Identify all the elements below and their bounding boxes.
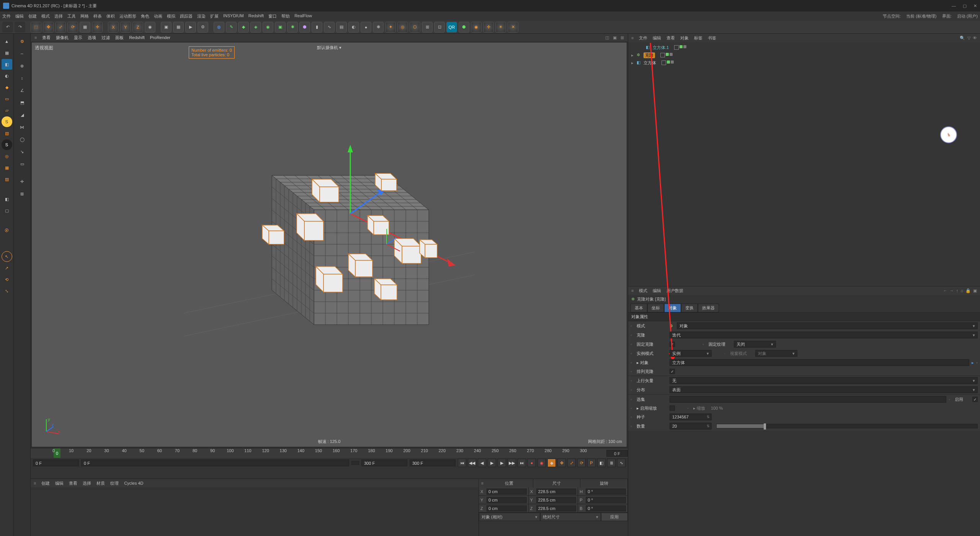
mograph-button[interactable]: ⬢: [299, 22, 310, 33]
attr-menu-编辑[interactable]: 编辑: [653, 288, 661, 293]
move-tool-button[interactable]: ✥: [43, 22, 54, 33]
bullet-button[interactable]: ●: [361, 22, 371, 33]
count-slider[interactable]: [716, 424, 978, 428]
mat-menu-材质[interactable]: 材质: [96, 481, 105, 485]
menu-动画[interactable]: 动画: [154, 13, 162, 19]
enable-checkbox[interactable]: [972, 397, 978, 402]
object-link-field[interactable]: 立方体: [670, 359, 969, 366]
bridge-button[interactable]: ⋈: [17, 122, 28, 132]
om-search-icon[interactable]: 🔍: [960, 36, 965, 41]
coord-Y-field[interactable]: 228.5 cm: [536, 497, 577, 503]
quickrender-button[interactable]: QR: [446, 22, 457, 33]
move-arrow-button[interactable]: ↗: [2, 263, 12, 273]
spline-pen-button[interactable]: ✎: [226, 22, 237, 33]
timeline-range-bar[interactable]: [351, 461, 359, 465]
coord-B-field[interactable]: 0 °: [586, 505, 626, 511]
window-maximize-button[interactable]: ▢: [963, 3, 967, 8]
instance-mode-dropdown[interactable]: 实例: [670, 350, 712, 357]
vp-menu-摄像机[interactable]: 摄像机: [56, 35, 69, 40]
misc2-button[interactable]: ◎: [397, 22, 408, 33]
scale-enable-checkbox[interactable]: [670, 405, 675, 411]
attr-new-icon[interactable]: ▣: [973, 288, 977, 293]
undo-button[interactable]: ↶: [2, 22, 13, 33]
clone-dropdown[interactable]: 迭代: [670, 332, 978, 338]
menu-Redshift[interactable]: Redshift: [248, 13, 264, 19]
menu-角色[interactable]: 角色: [141, 13, 149, 19]
rot-arrow-button[interactable]: ⟲: [2, 274, 12, 285]
key-scale-button[interactable]: ⤢: [567, 459, 576, 467]
menu-跟踪器[interactable]: 跟踪器: [180, 13, 193, 19]
coord-Y-field[interactable]: 0 cm: [487, 497, 527, 503]
ui-dropdown[interactable]: 启动 (用户): [957, 13, 978, 19]
misc3-button[interactable]: ⬡: [410, 22, 420, 33]
snap-s2-button[interactable]: S: [2, 139, 12, 150]
menu-网格[interactable]: 网格: [80, 13, 89, 19]
mat-menu-编辑[interactable]: 编辑: [55, 481, 64, 485]
object-clear-icon[interactable]: ◦: [976, 360, 978, 365]
misc5-button[interactable]: ⊡: [434, 22, 445, 33]
sel-circle-button[interactable]: ↖: [2, 251, 12, 262]
timeline-end2-field[interactable]: 300 F: [361, 459, 407, 466]
extrude-button[interactable]: ⬒: [17, 97, 28, 108]
slide-button[interactable]: ↘: [17, 146, 28, 157]
tree-row-立方体[interactable]: ▸◧立方体: [630, 59, 978, 67]
attr-tab-效果器[interactable]: 效果器: [698, 304, 719, 312]
mat-menu-Cycles 4D[interactable]: Cycles 4D: [124, 481, 143, 485]
y-axis-button[interactable]: Y: [120, 22, 131, 33]
bevel-button[interactable]: ◢: [17, 109, 28, 120]
render-settings-button[interactable]: ⚙: [198, 22, 208, 33]
next-frame-button[interactable]: ▶: [498, 459, 506, 467]
vp-icon-1[interactable]: ◫: [605, 35, 609, 40]
window-minimize-button[interactable]: —: [952, 3, 956, 8]
make-editable-button[interactable]: ▲: [2, 36, 12, 47]
iron-button[interactable]: ▭: [17, 159, 28, 169]
viewmode-dropdown[interactable]: 对象: [755, 350, 797, 357]
fill-mode-button[interactable]: ◧: [2, 194, 12, 204]
knife-button[interactable]: ∠: [17, 85, 28, 96]
extra1-button[interactable]: ☀: [495, 22, 506, 33]
attr-up-icon[interactable]: ↑: [956, 288, 959, 293]
menu-窗口[interactable]: 窗口: [268, 13, 277, 19]
quant-button[interactable]: ▨: [2, 174, 12, 185]
scale-arrow-button[interactable]: ⤡: [2, 286, 12, 296]
outline-mode-button[interactable]: ▢: [2, 205, 12, 216]
snap-toggle-button[interactable]: ▦: [2, 162, 12, 173]
timeline-end3-field[interactable]: 300 F: [410, 459, 456, 466]
close-hole-button[interactable]: ◯: [17, 134, 28, 145]
coord-Z-field[interactable]: 0 cm: [487, 505, 527, 511]
magnet-button[interactable]: ⊕: [17, 60, 28, 71]
scale-tool-button[interactable]: ⤢: [55, 22, 66, 33]
environment-button[interactable]: ◉: [263, 22, 273, 33]
om-menu-编辑[interactable]: 编辑: [653, 36, 661, 40]
axis-lock-button[interactable]: ◎: [2, 151, 12, 162]
attr-menu-模式[interactable]: 模式: [639, 288, 647, 293]
point-mode-button[interactable]: ◆: [2, 82, 12, 93]
key-rot-button[interactable]: ⟳: [577, 459, 586, 467]
mat-menu-查看[interactable]: 查看: [69, 481, 77, 485]
autokey-button[interactable]: ◉: [537, 459, 546, 467]
viewport-camera-label[interactable]: 默认摄像机 ▾: [317, 45, 341, 51]
generators-button[interactable]: ◆: [238, 22, 249, 33]
simulation-button[interactable]: ◐: [348, 22, 359, 33]
axis-toggle-button[interactable]: ✛: [92, 22, 103, 33]
selection-field[interactable]: [670, 396, 946, 403]
vp-icon-3[interactable]: ⊞: [621, 35, 624, 40]
vp-menu-查看[interactable]: 查看: [42, 35, 51, 40]
coord-X-field[interactable]: 228.5 cm: [536, 489, 577, 495]
poly-mode-button[interactable]: ▱: [2, 105, 12, 116]
light-button[interactable]: ✺: [287, 22, 298, 33]
attr-tab-变换[interactable]: 变换: [681, 304, 698, 312]
attr-tab-基本[interactable]: 基本: [630, 304, 647, 312]
coord-X-field[interactable]: 0 cm: [487, 489, 527, 495]
count-field[interactable]: 20: [670, 423, 712, 430]
recent-tool-button[interactable]: ▦: [80, 22, 90, 33]
menu-RealFlow[interactable]: RealFlow: [294, 13, 312, 19]
om-menu-查看[interactable]: 查看: [666, 36, 675, 40]
rotate-tool-button[interactable]: ⟳: [67, 22, 78, 33]
deformers-button[interactable]: ◈: [250, 22, 261, 33]
axis-ico-button[interactable]: ✛: [17, 176, 28, 187]
coord-apply-button[interactable]: 应用: [601, 513, 628, 521]
menu-INSYDIUM[interactable]: INSYDIUM: [223, 13, 244, 19]
om-menu-对象[interactable]: 对象: [680, 36, 689, 40]
key-pla-button[interactable]: ◧: [597, 459, 606, 467]
